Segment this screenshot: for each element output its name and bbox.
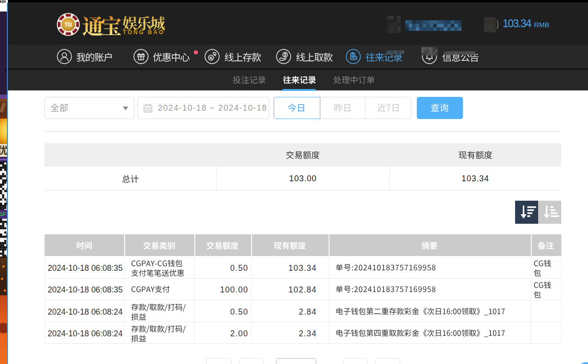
svg-text:TB: TB [65,22,72,28]
